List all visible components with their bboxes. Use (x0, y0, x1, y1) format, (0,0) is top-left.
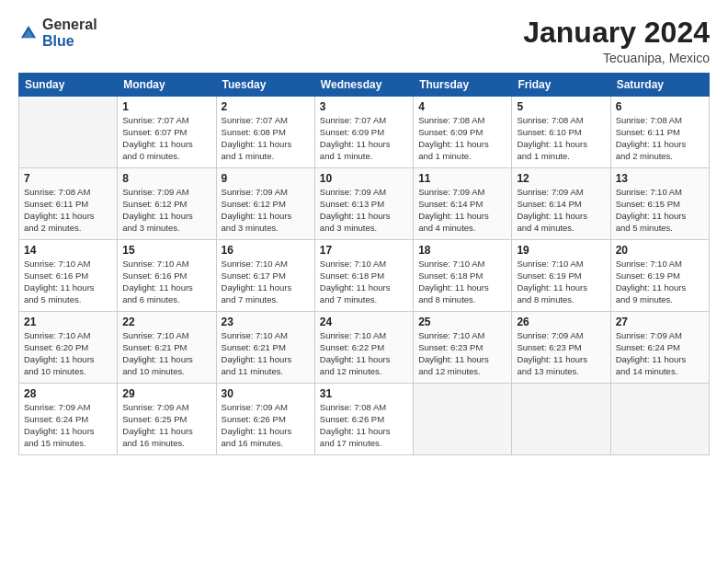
calendar-cell: 12Sunrise: 7:09 AM Sunset: 6:14 PM Dayli… (512, 168, 610, 240)
day-info: Sunrise: 7:10 AM Sunset: 6:16 PM Dayligh… (24, 259, 112, 305)
day-number: 10 (320, 172, 408, 185)
day-info: Sunrise: 7:09 AM Sunset: 6:12 PM Dayligh… (122, 187, 210, 234)
day-number: 18 (418, 244, 506, 257)
day-info: Sunrise: 7:10 AM Sunset: 6:17 PM Dayligh… (222, 259, 310, 305)
calendar-cell: 1Sunrise: 7:07 AM Sunset: 6:07 PM Daylig… (118, 97, 216, 168)
calendar-week-row: 14Sunrise: 7:10 AM Sunset: 6:16 PM Dayli… (19, 240, 710, 312)
logo-blue: Blue (42, 33, 74, 49)
logo-text: General Blue (42, 17, 97, 50)
calendar-day-header: Sunday (19, 74, 118, 97)
day-number: 7 (24, 172, 112, 185)
calendar-cell: 15Sunrise: 7:10 AM Sunset: 6:16 PM Dayli… (118, 240, 216, 312)
day-number: 22 (122, 316, 210, 328)
calendar-cell: 2Sunrise: 7:07 AM Sunset: 6:08 PM Daylig… (216, 97, 314, 168)
calendar-cell: 28Sunrise: 7:09 AM Sunset: 6:24 PM Dayli… (19, 384, 118, 455)
calendar-day-header: Thursday (414, 74, 512, 97)
day-info: Sunrise: 7:08 AM Sunset: 6:26 PM Dayligh… (320, 402, 408, 449)
calendar-cell: 22Sunrise: 7:10 AM Sunset: 6:21 PM Dayli… (118, 312, 216, 384)
calendar-cell: 4Sunrise: 7:08 AM Sunset: 6:09 PM Daylig… (414, 97, 512, 168)
calendar-body: 1Sunrise: 7:07 AM Sunset: 6:07 PM Daylig… (19, 97, 710, 455)
day-info: Sunrise: 7:10 AM Sunset: 6:21 PM Dayligh… (222, 330, 310, 377)
calendar-day-header: Tuesday (216, 74, 314, 97)
calendar-cell: 19Sunrise: 7:10 AM Sunset: 6:19 PM Dayli… (512, 240, 610, 312)
calendar-cell: 23Sunrise: 7:10 AM Sunset: 6:21 PM Dayli… (216, 312, 314, 384)
day-number: 5 (517, 100, 605, 113)
subtitle: Tecuanipa, Mexico (523, 51, 710, 65)
day-number: 14 (24, 244, 112, 257)
day-number: 3 (320, 100, 408, 113)
calendar-cell: 11Sunrise: 7:09 AM Sunset: 6:14 PM Dayli… (414, 168, 512, 240)
day-info: Sunrise: 7:10 AM Sunset: 6:22 PM Dayligh… (320, 330, 408, 377)
day-number: 1 (122, 100, 210, 113)
calendar-week-row: 28Sunrise: 7:09 AM Sunset: 6:24 PM Dayli… (19, 384, 710, 455)
day-number: 8 (122, 172, 210, 185)
page: General Blue January 2024 Tecuanipa, Mex… (0, 0, 728, 563)
calendar-cell: 9Sunrise: 7:09 AM Sunset: 6:12 PM Daylig… (216, 168, 314, 240)
calendar-cell: 16Sunrise: 7:10 AM Sunset: 6:17 PM Dayli… (216, 240, 314, 312)
calendar-cell: 29Sunrise: 7:09 AM Sunset: 6:25 PM Dayli… (118, 384, 216, 455)
day-info: Sunrise: 7:09 AM Sunset: 6:25 PM Dayligh… (122, 402, 210, 449)
day-number: 23 (222, 316, 310, 328)
day-number: 31 (320, 387, 408, 400)
day-number: 16 (222, 244, 310, 257)
header: General Blue January 2024 Tecuanipa, Mex… (18, 17, 710, 65)
calendar-cell: 10Sunrise: 7:09 AM Sunset: 6:13 PM Dayli… (314, 168, 413, 240)
calendar-cell: 17Sunrise: 7:10 AM Sunset: 6:18 PM Dayli… (314, 240, 413, 312)
calendar-cell: 14Sunrise: 7:10 AM Sunset: 6:16 PM Dayli… (19, 240, 118, 312)
day-number: 30 (222, 387, 310, 400)
day-info: Sunrise: 7:08 AM Sunset: 6:10 PM Dayligh… (517, 115, 605, 162)
calendar-cell: 6Sunrise: 7:08 AM Sunset: 6:11 PM Daylig… (610, 97, 709, 168)
calendar-header: SundayMondayTuesdayWednesdayThursdayFrid… (19, 74, 710, 97)
day-info: Sunrise: 7:10 AM Sunset: 6:21 PM Dayligh… (122, 330, 210, 377)
day-info: Sunrise: 7:10 AM Sunset: 6:16 PM Dayligh… (122, 259, 210, 305)
calendar-cell (19, 97, 118, 168)
day-info: Sunrise: 7:09 AM Sunset: 6:13 PM Dayligh… (320, 187, 408, 234)
calendar-cell (512, 384, 610, 455)
day-number: 6 (616, 100, 704, 113)
day-info: Sunrise: 7:10 AM Sunset: 6:19 PM Dayligh… (517, 259, 605, 305)
day-info: Sunrise: 7:09 AM Sunset: 6:14 PM Dayligh… (418, 187, 506, 234)
day-info: Sunrise: 7:07 AM Sunset: 6:08 PM Dayligh… (222, 115, 310, 162)
calendar-day-header: Friday (512, 74, 610, 97)
day-number: 11 (418, 172, 506, 185)
calendar-day-header: Wednesday (314, 74, 413, 97)
day-info: Sunrise: 7:09 AM Sunset: 6:24 PM Dayligh… (616, 330, 704, 377)
day-number: 25 (418, 316, 506, 328)
logo: General Blue (18, 17, 97, 50)
day-info: Sunrise: 7:10 AM Sunset: 6:20 PM Dayligh… (24, 330, 112, 377)
day-number: 17 (320, 244, 408, 257)
day-number: 19 (517, 244, 605, 257)
day-info: Sunrise: 7:10 AM Sunset: 6:18 PM Dayligh… (320, 259, 408, 305)
title-block: January 2024 Tecuanipa, Mexico (523, 17, 710, 65)
calendar-cell (414, 384, 512, 455)
day-number: 27 (616, 316, 704, 328)
main-title: January 2024 (523, 17, 710, 49)
day-info: Sunrise: 7:10 AM Sunset: 6:15 PM Dayligh… (616, 187, 704, 234)
calendar-week-row: 7Sunrise: 7:08 AM Sunset: 6:11 PM Daylig… (19, 168, 710, 240)
calendar-cell: 25Sunrise: 7:10 AM Sunset: 6:23 PM Dayli… (414, 312, 512, 384)
calendar-day-header: Saturday (610, 74, 709, 97)
day-info: Sunrise: 7:08 AM Sunset: 6:09 PM Dayligh… (418, 115, 506, 162)
day-number: 26 (517, 316, 605, 328)
day-number: 12 (517, 172, 605, 185)
calendar-cell: 31Sunrise: 7:08 AM Sunset: 6:26 PM Dayli… (314, 384, 413, 455)
calendar-cell: 8Sunrise: 7:09 AM Sunset: 6:12 PM Daylig… (118, 168, 216, 240)
calendar-cell: 18Sunrise: 7:10 AM Sunset: 6:18 PM Dayli… (414, 240, 512, 312)
day-info: Sunrise: 7:09 AM Sunset: 6:23 PM Dayligh… (517, 330, 605, 377)
calendar-cell (610, 384, 709, 455)
calendar-cell: 30Sunrise: 7:09 AM Sunset: 6:26 PM Dayli… (216, 384, 314, 455)
day-info: Sunrise: 7:08 AM Sunset: 6:11 PM Dayligh… (24, 187, 112, 234)
day-number: 24 (320, 316, 408, 328)
day-number: 9 (222, 172, 310, 185)
calendar-cell: 20Sunrise: 7:10 AM Sunset: 6:19 PM Dayli… (610, 240, 709, 312)
day-number: 29 (122, 387, 210, 400)
day-number: 15 (122, 244, 210, 257)
day-info: Sunrise: 7:08 AM Sunset: 6:11 PM Dayligh… (616, 115, 704, 162)
day-info: Sunrise: 7:07 AM Sunset: 6:09 PM Dayligh… (320, 115, 408, 162)
logo-general: General (42, 17, 97, 32)
day-number: 28 (24, 387, 112, 400)
day-info: Sunrise: 7:10 AM Sunset: 6:18 PM Dayligh… (418, 259, 506, 305)
calendar-cell: 13Sunrise: 7:10 AM Sunset: 6:15 PM Dayli… (610, 168, 709, 240)
day-info: Sunrise: 7:10 AM Sunset: 6:19 PM Dayligh… (616, 259, 704, 305)
day-number: 20 (616, 244, 704, 257)
